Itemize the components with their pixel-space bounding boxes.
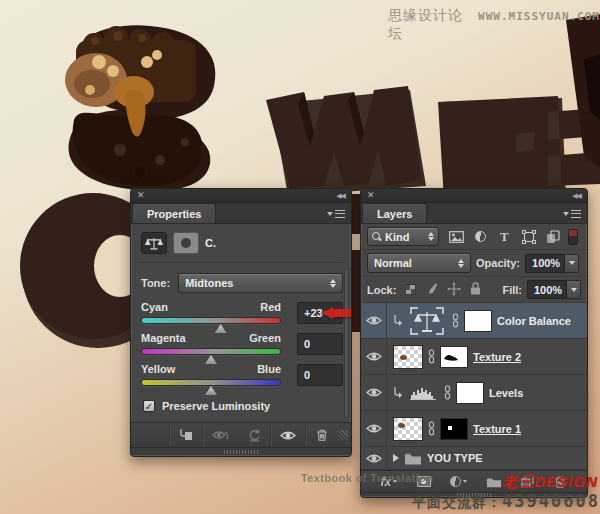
levels-thumbnail[interactable] [407, 386, 439, 400]
blend-mode-value: Normal [374, 257, 412, 269]
color-balance-icon[interactable] [141, 232, 167, 254]
reset-icon[interactable] [239, 423, 270, 447]
opacity-dropdown-icon[interactable] [565, 254, 579, 273]
lock-transparency-icon[interactable] [405, 284, 416, 295]
slider-thumb[interactable] [215, 324, 227, 333]
kind-label: Kind [385, 231, 409, 243]
opacity-value[interactable]: 100% [525, 254, 565, 273]
layer-mask-thumbnail[interactable] [456, 382, 484, 404]
layer-thumbnail[interactable] [393, 345, 423, 369]
blend-mode-row: Normal Opacity: 100% [361, 250, 587, 277]
yellow-blue-slider-block: Yellow Blue 0 [141, 363, 343, 386]
magenta-green-value[interactable]: 0 [297, 333, 343, 355]
color-balance-thumbnail[interactable] [407, 306, 447, 336]
filtering-toggle[interactable] [568, 229, 578, 245]
new-adjustment-layer-icon[interactable] [446, 471, 471, 492]
collapse-panel-icon[interactable]: ◀◀ [572, 192, 581, 200]
site-watermark: 思缘设计论坛 WWW.MISSYUAN.COM [388, 7, 600, 43]
magenta-label: Magenta [141, 332, 186, 344]
magenta-green-slider[interactable] [141, 348, 281, 355]
lock-pixels-icon[interactable] [425, 282, 438, 297]
layer-name: Levels [489, 387, 523, 399]
delete-adjustment-icon[interactable] [306, 423, 338, 447]
yellow-blue-slider[interactable] [141, 379, 281, 386]
visibility-toggle[interactable] [361, 303, 387, 338]
filter-pixel-layers-icon[interactable] [447, 229, 465, 245]
panel-resize-handle[interactable] [131, 447, 351, 455]
blend-mode-select[interactable]: Normal [367, 253, 471, 273]
magenta-green-slider-block: Magenta Green 0 [141, 332, 343, 355]
letter-s-chocolate [65, 25, 215, 190]
filter-type-layers-icon[interactable]: T [495, 229, 513, 245]
clip-to-layer-icon[interactable] [170, 423, 202, 447]
filter-kind-select[interactable]: Kind [367, 227, 439, 246]
layers-panel: ✕ ◀◀ Layers Kind T [360, 188, 588, 498]
filter-adjustment-layers-icon[interactable] [471, 229, 489, 245]
properties-content: C. Tone: Midtones Cyan Red [131, 224, 351, 412]
blue-label: Blue [257, 363, 281, 375]
photoshop-workspace: 思缘设计论坛 WWW.MISSYUAN.COM ✕ ◀◀ Properties [0, 0, 600, 514]
visibility-toggle[interactable] [361, 411, 387, 446]
tab-layers[interactable]: Layers [362, 203, 427, 223]
properties-footer [131, 422, 351, 447]
mask-link-icon[interactable] [428, 349, 435, 364]
layer-row-levels[interactable]: Levels [361, 375, 587, 411]
fill-value[interactable]: 100% [527, 280, 567, 299]
properties-panel: ✕ ◀◀ Properties C. Tone: [130, 188, 352, 457]
preserve-luminosity-label: Preserve Luminosity [162, 400, 270, 412]
lock-position-icon[interactable] [447, 282, 461, 298]
panel-menu-icon[interactable] [327, 208, 345, 219]
slider-thumb[interactable] [205, 355, 217, 364]
layer-mask-thumbnail[interactable] [440, 418, 468, 440]
group-folder-icon [404, 452, 422, 465]
layer-row-texture-2[interactable]: Texture 2 [361, 339, 587, 375]
mask-target-icon[interactable] [173, 232, 199, 254]
yellow-label: Yellow [141, 363, 175, 375]
cyan-red-slider[interactable] [141, 317, 281, 324]
qq-group-label: 平面交流群： [412, 494, 502, 512]
properties-tab-strip: Properties [131, 203, 351, 224]
fill-field[interactable]: 100% [527, 280, 581, 299]
tone-value: Midtones [185, 277, 233, 289]
preserve-luminosity-checkbox[interactable]: ✓ [143, 400, 155, 412]
layer-thumbnail[interactable] [393, 417, 423, 441]
close-icon[interactable]: ✕ [137, 191, 145, 200]
resize-grip-icon[interactable] [338, 430, 348, 440]
collapse-panel-icon[interactable]: ◀◀ [336, 192, 345, 200]
cyan-red-slider-block: Cyan Red +23 [141, 301, 343, 324]
visibility-toggle[interactable] [361, 447, 387, 469]
scrollbar[interactable] [344, 268, 349, 418]
adjustment-header: C. [141, 230, 343, 263]
tone-label: Tone: [141, 277, 170, 289]
tab-properties[interactable]: Properties [132, 203, 216, 223]
visibility-icon[interactable] [271, 423, 305, 447]
filter-shape-layers-icon[interactable] [520, 229, 538, 245]
slider-thumb[interactable] [205, 386, 217, 395]
fill-dropdown-icon[interactable] [567, 280, 581, 299]
layer-row-texture-1[interactable]: Texture 1 [361, 411, 587, 447]
qq-group-number: 43940608 [502, 491, 600, 511]
panel-menu-icon[interactable] [563, 208, 581, 219]
layer-mask-thumbnail[interactable] [464, 310, 492, 332]
layer-row-you-type-group[interactable]: YOU TYPE [361, 447, 587, 470]
mask-link-icon[interactable] [452, 313, 459, 328]
cyan-label: Cyan [141, 301, 168, 313]
yellow-blue-value[interactable]: 0 [297, 364, 343, 386]
visibility-toggle[interactable] [361, 375, 387, 410]
expand-group-icon[interactable] [393, 454, 399, 462]
tone-select[interactable]: Midtones [178, 273, 343, 293]
filter-smart-objects-icon[interactable] [544, 229, 562, 245]
mask-link-icon[interactable] [444, 385, 451, 400]
mask-link-icon[interactable] [428, 421, 435, 436]
view-previous-state-icon[interactable] [203, 423, 239, 447]
layer-mask-thumbnail[interactable] [440, 346, 468, 368]
lock-all-icon[interactable] [470, 282, 481, 297]
layer-row-color-balance[interactable]: Color Balance [361, 303, 587, 339]
properties-titlebar: ✕ ◀◀ [131, 189, 351, 203]
site-url: WWW.MISSYUAN.COM [478, 10, 600, 23]
layer-name: Texture 1 [473, 423, 521, 435]
visibility-toggle[interactable] [361, 339, 387, 374]
opacity-field[interactable]: 100% [525, 254, 579, 273]
close-icon[interactable]: ✕ [367, 191, 375, 200]
qq-group-watermark: 平面交流群： 43940608 [412, 491, 600, 512]
